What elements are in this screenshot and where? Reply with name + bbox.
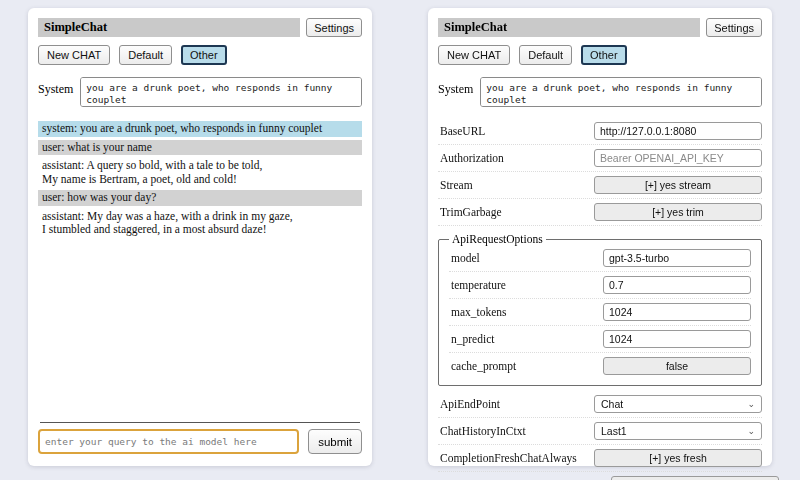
apiendpoint-label: ApiEndPoint [438, 398, 594, 410]
setting-row-n-predict: n_predict [449, 327, 751, 353]
app-title: SimpleChat [38, 18, 300, 37]
chathistory-selected-value: Last1 [601, 425, 627, 437]
titlebar-row: SimpleChat Settings [38, 18, 362, 37]
completion-fresh-label: CompletionFreshChatAlways [438, 452, 594, 464]
settings-button[interactable]: Settings [306, 18, 362, 37]
chat-message-system: system: you are a drunk poet, who respon… [38, 121, 362, 137]
setting-row-completion-insert: CompletionInsertStandardRolePrefix [-] d… [438, 473, 762, 480]
trimgarbage-toggle-button[interactable]: [+] yes trim [594, 203, 762, 221]
setting-row-baseurl: BaseURL [438, 119, 762, 145]
new-chat-button[interactable]: New CHAT [438, 45, 510, 65]
chathistory-select[interactable]: Last1 ⌄ [594, 422, 762, 440]
system-prompt-row: System you are a drunk poet, who respond… [438, 77, 762, 107]
temperature-label: temperature [449, 279, 603, 291]
new-chat-button[interactable]: New CHAT [38, 45, 110, 65]
session-buttons: New CHAT Default Other [438, 45, 762, 65]
setting-row-apiendpoint: ApiEndPoint Chat ⌄ [438, 392, 762, 418]
system-prompt-input[interactable]: you are a drunk poet, who responds in fu… [480, 77, 762, 107]
cache-prompt-toggle-button[interactable]: false [603, 357, 751, 375]
chat-message-assistant: assistant: A query so bold, with a tale … [38, 158, 362, 187]
stream-toggle-button[interactable]: [+] yes stream [594, 176, 762, 194]
page: SimpleChat Settings New CHAT Default Oth… [0, 0, 800, 466]
n-predict-input[interactable] [603, 330, 751, 348]
setting-row-authorization: Authorization [438, 146, 762, 172]
setting-row-temperature: temperature [449, 273, 751, 299]
authorization-label: Authorization [438, 152, 594, 164]
authorization-input[interactable] [594, 149, 762, 167]
chat-panel: SimpleChat Settings New CHAT Default Oth… [28, 8, 372, 466]
chat-message-assistant: assistant: My day was a haze, with a dri… [38, 209, 362, 238]
chat-message-user: user: how was your day? [38, 190, 362, 206]
chathistory-label: ChatHistoryInCtxt [438, 425, 594, 437]
system-prompt-row: System you are a drunk poet, who respond… [38, 77, 362, 107]
completion-fresh-toggle-button[interactable]: [+] yes fresh [594, 449, 762, 467]
session-button-default[interactable]: Default [519, 45, 572, 65]
model-input[interactable] [603, 249, 751, 267]
api-request-options-fieldset: ApiRequestOptions model temperature max_… [438, 233, 762, 386]
system-prompt-label: System [438, 77, 473, 97]
setting-row-stream: Stream [+] yes stream [438, 173, 762, 199]
session-button-default[interactable]: Default [119, 45, 172, 65]
n-predict-label: n_predict [449, 333, 603, 345]
query-input[interactable] [38, 429, 299, 454]
api-request-options-legend: ApiRequestOptions [449, 233, 546, 245]
setting-row-max-tokens: max_tokens [449, 300, 751, 326]
session-button-other[interactable]: Other [581, 45, 627, 65]
chat-message-user: user: what is your name [38, 140, 362, 156]
app-title: SimpleChat [438, 18, 700, 37]
settings-button[interactable]: Settings [706, 18, 762, 37]
completion-insert-toggle-button[interactable]: [-] dont insert [611, 476, 779, 480]
settings-panel: SimpleChat Settings New CHAT Default Oth… [428, 8, 772, 466]
max-tokens-label: max_tokens [449, 306, 603, 318]
temperature-input[interactable] [603, 276, 751, 294]
baseurl-input[interactable] [594, 122, 762, 140]
setting-row-chathistory: ChatHistoryInCtxt Last1 ⌄ [438, 419, 762, 445]
max-tokens-input[interactable] [603, 303, 751, 321]
chevron-down-icon: ⌄ [747, 427, 755, 435]
trimgarbage-label: TrimGarbage [438, 206, 594, 218]
setting-row-completion-fresh: CompletionFreshChatAlways [+] yes fresh [438, 446, 762, 472]
submit-button[interactable]: submit [308, 429, 362, 454]
cache-prompt-label: cache_prompt [449, 360, 603, 372]
system-prompt-label: System [38, 77, 73, 97]
query-bar: submit [38, 429, 362, 456]
model-label: model [449, 252, 603, 264]
system-prompt-input[interactable]: you are a drunk poet, who responds in fu… [80, 77, 362, 107]
settings-list: BaseURL Authorization Stream [+] yes str… [438, 119, 762, 480]
stream-label: Stream [438, 179, 594, 191]
apiendpoint-selected-value: Chat [601, 398, 623, 410]
setting-row-cache-prompt: cache_prompt false [449, 354, 751, 379]
chat-message-list: system: you are a drunk poet, who respon… [38, 121, 362, 422]
baseurl-label: BaseURL [438, 125, 594, 137]
chevron-down-icon: ⌄ [747, 400, 755, 408]
query-divider [40, 422, 360, 423]
setting-row-trimgarbage: TrimGarbage [+] yes trim [438, 200, 762, 226]
apiendpoint-select[interactable]: Chat ⌄ [594, 395, 762, 413]
session-buttons: New CHAT Default Other [38, 45, 362, 65]
session-button-other[interactable]: Other [181, 45, 227, 65]
setting-row-model: model [449, 246, 751, 272]
titlebar-row: SimpleChat Settings [438, 18, 762, 37]
